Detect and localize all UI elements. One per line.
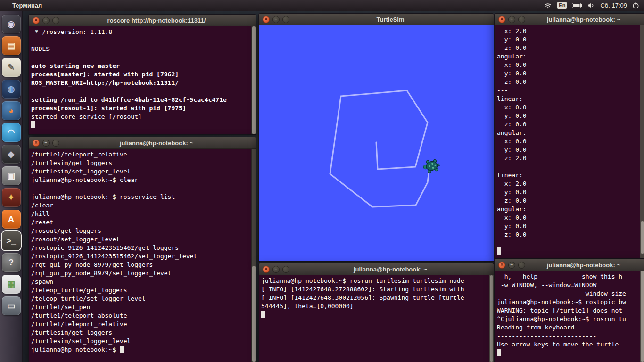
battery-indicator[interactable] [572, 3, 582, 8]
window-teleop: × − julianna@hp-notebook: ~ -h, --help s… [494, 259, 644, 362]
terminal-line: [ INFO] [1412427648.272888602]: Starting… [261, 285, 489, 294]
scrollbar-thumb[interactable] [641, 271, 644, 362]
terminal-line: * /rosversion: 1.11.8 [31, 28, 251, 36]
maximize-button[interactable] [282, 16, 289, 23]
terminal-line: /kill [31, 210, 251, 218]
scrollbar-thumb[interactable] [252, 26, 256, 134]
window-roscore: × − roscore http://hp-notebook:11311/ * … [28, 14, 256, 135]
terminal-line: Reading from keyboard [497, 323, 640, 332]
terminal-line: /rosout/set_logger_level [31, 235, 251, 244]
minimize-button[interactable]: − [42, 140, 50, 147]
terminal-line [31, 184, 251, 193]
network-indicator[interactable] [544, 2, 552, 9]
minimize-button[interactable]: − [42, 17, 50, 24]
ubuntu-logo-icon: ◉ [8, 20, 15, 28]
keyboard-layout-indicator[interactable]: En [557, 2, 567, 9]
launcher-item-dash-home[interactable]: ◉ [2, 15, 21, 33]
window-turtlesim-titlebar[interactable]: × − TurtleSim [259, 14, 494, 25]
launcher-item-app-dark-blue[interactable]: ◍ [2, 80, 21, 99]
terminal-cursor [261, 311, 265, 318]
scrollbar[interactable] [489, 275, 494, 362]
launcher-item-app-maroon[interactable]: ✦ [2, 188, 21, 207]
terminal-line: WARNING: topic [/turtle1] does not [497, 306, 640, 315]
terminal-output-turtlesim-node[interactable]: julianna@hp-notebook:~$ rosrun turtlesim… [259, 275, 489, 362]
indicator-tray: En Сб. 17:09 [544, 2, 644, 9]
keyboard-icon: ▭ [7, 302, 15, 310]
terminal-line: /rqt_gui_py_node_8979/set_logger_level [31, 269, 251, 278]
terminal-line: y: 0.0 [497, 188, 640, 197]
scrollbar[interactable] [251, 26, 256, 134]
active-app-title: Терминал [12, 2, 42, 9]
maximize-button[interactable] [52, 17, 59, 24]
terminal-line: julianna@hp-notebook:~$ rosservice list [31, 193, 251, 201]
turtlesim-drawing [259, 25, 494, 261]
session-menu[interactable] [632, 2, 639, 9]
scrollbar[interactable] [640, 271, 644, 362]
maximize-button[interactable] [282, 266, 289, 273]
terminal-line: --- [497, 86, 640, 95]
launcher-item-app-orange-a[interactable]: A [2, 210, 21, 229]
window-buttons: × − [498, 262, 525, 269]
terminal-icon: >_ [6, 237, 16, 245]
window-rosservice-titlebar[interactable]: × − julianna@hp-notebook: ~ [29, 137, 256, 149]
power-icon [632, 2, 639, 9]
maximize-button[interactable] [518, 262, 525, 269]
maximize-button[interactable] [52, 140, 59, 147]
window-title: roscore http://hp-notebook:11311/ [62, 17, 251, 24]
close-button[interactable]: × [263, 266, 270, 273]
close-button[interactable]: × [263, 16, 270, 23]
terminal-output-teleop[interactable]: -h, --help show this h -w WINDOW, --wind… [495, 271, 640, 362]
scrollbar-thumb[interactable] [641, 221, 644, 254]
firefox-icon: ◕ [8, 107, 14, 115]
terminal-line: ^Cjulianna@hp-notebook:~$ rosrun tu [497, 315, 640, 323]
terminal-line: z: 0.0 [497, 197, 640, 205]
window-turtlesim: × − TurtleSim [258, 13, 494, 262]
scrollbar[interactable] [640, 25, 644, 258]
letter-a-icon: A [8, 215, 14, 223]
question-mark-icon: ? [8, 258, 14, 267]
scrollbar[interactable] [251, 149, 256, 362]
close-button[interactable]: × [33, 140, 40, 147]
launcher-item-app-dark[interactable]: ◆ [2, 145, 21, 164]
terminal-line: --------------------------- [497, 332, 640, 340]
scrollbar-thumb[interactable] [490, 275, 493, 362]
terminal-line: /turtlesim/set_logger_level [31, 337, 251, 346]
terminal-output-rostopic-echo[interactable]: x: 2.0 y: 0.0 z: 0.0angular: x: 0.0 y: 0… [495, 25, 640, 258]
launcher-item-spreadsheet[interactable]: ▦ [2, 275, 21, 294]
window-turtlesim-node-titlebar[interactable]: × − julianna@hp-notebook: ~ [259, 263, 494, 275]
window-roscore-titlebar[interactable]: × − roscore http://hp-notebook:11311/ [29, 15, 256, 26]
terminal-output-rosservice[interactable]: /turtle1/teleport_relative/turtlesim/get… [29, 149, 251, 362]
launcher-item-help[interactable]: ? [2, 253, 21, 272]
window-rostopic-echo-titlebar[interactable]: × − julianna@hp-notebook: ~ [495, 14, 644, 25]
unity-launcher: ◉▤✎◍◕◠◆▣✦A>_?▦▭ [0, 11, 23, 362]
terminal-line [497, 247, 640, 256]
minimize-button[interactable]: − [272, 266, 280, 273]
launcher-item-files[interactable]: ▤ [2, 36, 21, 55]
window-teleop-titlebar[interactable]: × − julianna@hp-notebook: ~ [495, 259, 644, 271]
launcher-item-image-tool[interactable]: ▣ [2, 166, 21, 185]
volume-indicator[interactable] [587, 2, 595, 8]
close-button[interactable]: × [498, 262, 505, 269]
launcher-item-app-light-blue[interactable]: ◠ [2, 123, 21, 142]
terminal-output-roscore[interactable]: * /rosversion: 1.11.8NODESauto-starting … [29, 26, 251, 134]
terminal-line [31, 36, 251, 45]
minimize-button[interactable]: − [272, 16, 280, 23]
launcher-item-firefox[interactable]: ◕ [2, 101, 21, 120]
scrollbar-thumb[interactable] [252, 266, 256, 362]
close-button[interactable]: × [498, 16, 505, 23]
clock[interactable]: Сб. 17:09 [600, 2, 627, 9]
maximize-button[interactable] [518, 16, 525, 23]
launcher-item-text-editor[interactable]: ✎ [2, 58, 21, 77]
close-button[interactable]: × [33, 17, 40, 24]
terminal-line: x: 0.0 [497, 61, 640, 69]
minimize-button[interactable]: − [508, 16, 515, 23]
terminal-line: /turtle1/teleport_absolute [31, 312, 251, 320]
terminal-line: julianna@hp-notebook:~$ rosrun turtlesim… [261, 277, 489, 285]
speaker-icon [587, 2, 595, 8]
launcher-item-terminal[interactable]: >_ [2, 231, 21, 250]
minimize-button[interactable]: − [508, 262, 515, 269]
launcher-item-keyboard-settings[interactable]: ▭ [2, 296, 21, 315]
terminal-line: /turtle1/teleport_relative [31, 320, 251, 329]
terminal-line: linear: [497, 95, 640, 103]
window-turtlesim-node: × − julianna@hp-notebook: ~ julianna@hp-… [258, 263, 494, 362]
